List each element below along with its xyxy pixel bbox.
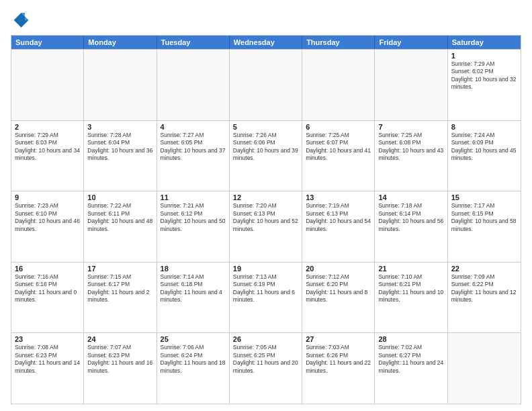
- day-number: 8: [451, 123, 517, 131]
- day-info: Sunrise: 7:25 AM Sunset: 6:07 PM Dayligh…: [306, 132, 371, 163]
- day-info: Sunrise: 7:08 AM Sunset: 6:23 PM Dayligh…: [15, 344, 80, 375]
- day-info: Sunrise: 7:23 AM Sunset: 6:10 PM Dayligh…: [15, 202, 80, 233]
- calendar-header-sunday: Sunday: [11, 36, 84, 49]
- day-number: 18: [161, 265, 226, 273]
- calendar-header: SundayMondayTuesdayWednesdayThursdayFrid…: [11, 36, 521, 49]
- calendar-cell: [448, 333, 521, 404]
- calendar-row-0: 1Sunrise: 7:29 AM Sunset: 6:02 PM Daylig…: [11, 49, 521, 120]
- calendar-cell: 10Sunrise: 7:22 AM Sunset: 6:11 PM Dayli…: [84, 191, 157, 262]
- calendar-cell: [375, 50, 447, 120]
- day-info: Sunrise: 7:03 AM Sunset: 6:26 PM Dayligh…: [306, 344, 371, 375]
- day-info: Sunrise: 7:25 AM Sunset: 6:08 PM Dayligh…: [378, 132, 443, 163]
- day-info: Sunrise: 7:22 AM Sunset: 6:11 PM Dayligh…: [87, 202, 152, 233]
- calendar-cell: 4Sunrise: 7:27 AM Sunset: 6:05 PM Daylig…: [157, 121, 230, 191]
- day-number: 17: [87, 265, 152, 273]
- day-info: Sunrise: 7:28 AM Sunset: 6:04 PM Dayligh…: [87, 132, 152, 163]
- day-number: 7: [378, 123, 443, 131]
- calendar-cell: 16Sunrise: 7:16 AM Sunset: 6:16 PM Dayli…: [11, 263, 84, 333]
- calendar-cell: 9Sunrise: 7:23 AM Sunset: 6:10 PM Daylig…: [11, 191, 84, 262]
- calendar-body: 1Sunrise: 7:29 AM Sunset: 6:02 PM Daylig…: [11, 49, 521, 404]
- day-number: 6: [306, 123, 371, 131]
- calendar-cell: 22Sunrise: 7:09 AM Sunset: 6:22 PM Dayli…: [448, 263, 521, 333]
- calendar-cell: [302, 50, 375, 120]
- day-number: 1: [451, 52, 517, 60]
- calendar-cell: [230, 50, 302, 120]
- day-number: 24: [87, 335, 152, 343]
- calendar-cell: 7Sunrise: 7:25 AM Sunset: 6:08 PM Daylig…: [375, 121, 447, 191]
- day-number: 2: [15, 123, 80, 131]
- day-number: 20: [306, 265, 371, 273]
- calendar-cell: 15Sunrise: 7:17 AM Sunset: 6:15 PM Dayli…: [448, 191, 521, 262]
- calendar-cell: 26Sunrise: 7:05 AM Sunset: 6:25 PM Dayli…: [230, 333, 302, 404]
- day-info: Sunrise: 7:12 AM Sunset: 6:20 PM Dayligh…: [306, 273, 371, 304]
- calendar-cell: 25Sunrise: 7:06 AM Sunset: 6:24 PM Dayli…: [157, 333, 230, 404]
- calendar-cell: 18Sunrise: 7:14 AM Sunset: 6:18 PM Dayli…: [157, 263, 230, 333]
- calendar-cell: 11Sunrise: 7:21 AM Sunset: 6:12 PM Dayli…: [157, 191, 230, 262]
- day-number: 19: [233, 265, 298, 273]
- calendar-row-1: 2Sunrise: 7:29 AM Sunset: 6:03 PM Daylig…: [11, 120, 521, 191]
- day-info: Sunrise: 7:19 AM Sunset: 6:13 PM Dayligh…: [306, 202, 371, 233]
- calendar-cell: 5Sunrise: 7:26 AM Sunset: 6:06 PM Daylig…: [230, 121, 302, 191]
- day-info: Sunrise: 7:20 AM Sunset: 6:13 PM Dayligh…: [233, 202, 298, 233]
- calendar-row-3: 16Sunrise: 7:16 AM Sunset: 6:16 PM Dayli…: [11, 262, 521, 333]
- day-info: Sunrise: 7:13 AM Sunset: 6:19 PM Dayligh…: [233, 273, 298, 304]
- calendar-header-monday: Monday: [84, 36, 157, 49]
- calendar-header-thursday: Thursday: [302, 36, 375, 49]
- day-number: 10: [87, 193, 152, 201]
- calendar-cell: 19Sunrise: 7:13 AM Sunset: 6:19 PM Dayli…: [230, 263, 302, 333]
- calendar-row-2: 9Sunrise: 7:23 AM Sunset: 6:10 PM Daylig…: [11, 191, 521, 262]
- day-info: Sunrise: 7:26 AM Sunset: 6:06 PM Dayligh…: [233, 132, 298, 163]
- logo-icon: [11, 11, 30, 30]
- calendar-cell: 3Sunrise: 7:28 AM Sunset: 6:04 PM Daylig…: [84, 121, 157, 191]
- day-info: Sunrise: 7:07 AM Sunset: 6:23 PM Dayligh…: [87, 344, 152, 375]
- calendar-cell: [157, 50, 230, 120]
- day-number: 11: [161, 193, 226, 201]
- day-number: 21: [378, 265, 443, 273]
- calendar-cell: [84, 50, 157, 120]
- page: SundayMondayTuesdayWednesdayThursdayFrid…: [0, 0, 532, 411]
- day-info: Sunrise: 7:10 AM Sunset: 6:21 PM Dayligh…: [378, 273, 443, 304]
- day-info: Sunrise: 7:29 AM Sunset: 6:02 PM Dayligh…: [451, 60, 517, 91]
- day-info: Sunrise: 7:16 AM Sunset: 6:16 PM Dayligh…: [15, 273, 80, 304]
- day-number: 12: [233, 193, 298, 201]
- day-number: 26: [233, 335, 298, 343]
- day-number: 27: [306, 335, 371, 343]
- calendar-header-wednesday: Wednesday: [230, 36, 302, 49]
- calendar-cell: 28Sunrise: 7:02 AM Sunset: 6:27 PM Dayli…: [375, 333, 447, 404]
- day-info: Sunrise: 7:02 AM Sunset: 6:27 PM Dayligh…: [378, 344, 443, 375]
- day-info: Sunrise: 7:21 AM Sunset: 6:12 PM Dayligh…: [161, 202, 226, 233]
- day-info: Sunrise: 7:14 AM Sunset: 6:18 PM Dayligh…: [161, 273, 226, 304]
- calendar-cell: 6Sunrise: 7:25 AM Sunset: 6:07 PM Daylig…: [302, 121, 375, 191]
- calendar-cell: 14Sunrise: 7:18 AM Sunset: 6:14 PM Dayli…: [375, 191, 447, 262]
- day-info: Sunrise: 7:06 AM Sunset: 6:24 PM Dayligh…: [161, 344, 226, 375]
- calendar-cell: 27Sunrise: 7:03 AM Sunset: 6:26 PM Dayli…: [302, 333, 375, 404]
- day-number: 16: [15, 265, 80, 273]
- calendar-row-4: 23Sunrise: 7:08 AM Sunset: 6:23 PM Dayli…: [11, 332, 521, 404]
- day-number: 5: [233, 123, 298, 131]
- day-info: Sunrise: 7:17 AM Sunset: 6:15 PM Dayligh…: [451, 202, 517, 233]
- day-info: Sunrise: 7:15 AM Sunset: 6:17 PM Dayligh…: [87, 273, 152, 304]
- day-number: 22: [451, 265, 517, 273]
- calendar-cell: [11, 50, 84, 120]
- calendar-header-saturday: Saturday: [448, 36, 521, 49]
- day-info: Sunrise: 7:05 AM Sunset: 6:25 PM Dayligh…: [233, 344, 298, 375]
- day-number: 9: [15, 193, 80, 201]
- calendar-cell: 23Sunrise: 7:08 AM Sunset: 6:23 PM Dayli…: [11, 333, 84, 404]
- calendar-cell: 8Sunrise: 7:24 AM Sunset: 6:09 PM Daylig…: [448, 121, 521, 191]
- calendar-cell: 13Sunrise: 7:19 AM Sunset: 6:13 PM Dayli…: [302, 191, 375, 262]
- day-info: Sunrise: 7:29 AM Sunset: 6:03 PM Dayligh…: [15, 132, 80, 163]
- calendar-header-friday: Friday: [375, 36, 447, 49]
- calendar: SundayMondayTuesdayWednesdayThursdayFrid…: [11, 35, 521, 404]
- day-number: 3: [87, 123, 152, 131]
- day-number: 15: [451, 193, 517, 201]
- calendar-cell: 21Sunrise: 7:10 AM Sunset: 6:21 PM Dayli…: [375, 263, 447, 333]
- calendar-cell: 1Sunrise: 7:29 AM Sunset: 6:02 PM Daylig…: [448, 50, 521, 120]
- day-info: Sunrise: 7:18 AM Sunset: 6:14 PM Dayligh…: [378, 202, 443, 233]
- day-number: 25: [161, 335, 226, 343]
- calendar-cell: 2Sunrise: 7:29 AM Sunset: 6:03 PM Daylig…: [11, 121, 84, 191]
- logo: [11, 11, 32, 30]
- day-number: 23: [15, 335, 80, 343]
- day-info: Sunrise: 7:09 AM Sunset: 6:22 PM Dayligh…: [451, 273, 517, 304]
- day-number: 13: [306, 193, 371, 201]
- day-info: Sunrise: 7:27 AM Sunset: 6:05 PM Dayligh…: [161, 132, 226, 163]
